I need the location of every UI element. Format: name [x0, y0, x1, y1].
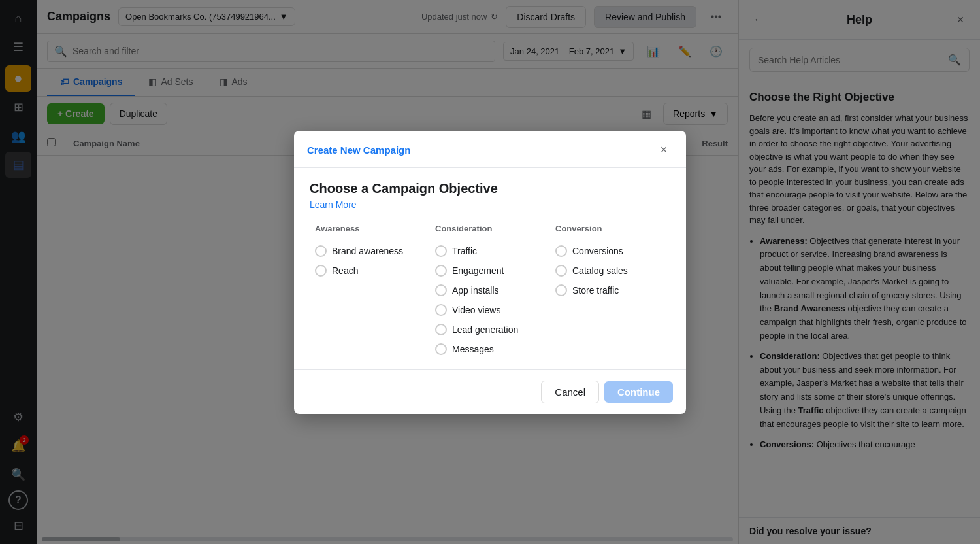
learn-more-link[interactable]: Learn More	[310, 199, 357, 210]
modal-footer: Cancel Continue	[294, 369, 686, 414]
brand-awareness-label: Brand awareness	[332, 246, 403, 256]
consideration-column-title: Consideration	[435, 224, 545, 233]
traffic-label: Traffic	[452, 246, 477, 256]
modal-header: Create New Campaign ×	[294, 131, 686, 168]
modal-title: Create New Campaign	[307, 144, 410, 156]
reach-radio[interactable]	[315, 265, 327, 277]
conversion-column-title: Conversion	[555, 224, 665, 233]
consideration-column: Consideration Traffic Engagement App ins…	[430, 224, 550, 359]
lead-generation-radio[interactable]	[435, 324, 447, 335]
video-views-option[interactable]: Video views	[435, 300, 545, 320]
video-views-radio[interactable]	[435, 304, 447, 316]
video-views-label: Video views	[452, 305, 500, 315]
lead-generation-option[interactable]: Lead generation	[435, 320, 545, 339]
traffic-option[interactable]: Traffic	[435, 241, 545, 261]
awareness-column-title: Awareness	[315, 224, 425, 233]
catalog-sales-radio[interactable]	[555, 265, 567, 277]
reach-label: Reach	[332, 265, 358, 276]
messages-radio[interactable]	[435, 343, 447, 355]
app-installs-radio[interactable]	[435, 284, 447, 296]
objectives-grid: Awareness Brand awareness Reach Consider…	[310, 224, 670, 359]
store-traffic-option[interactable]: Store traffic	[555, 280, 665, 300]
conversions-option[interactable]: Conversions	[555, 241, 665, 261]
modal-body: Choose a Campaign Objective Learn More A…	[294, 168, 686, 369]
catalog-sales-option[interactable]: Catalog sales	[555, 261, 665, 280]
engagement-radio[interactable]	[435, 265, 447, 277]
traffic-radio[interactable]	[435, 245, 447, 257]
messages-option[interactable]: Messages	[435, 339, 545, 359]
store-traffic-label: Store traffic	[572, 285, 619, 296]
engagement-label: Engagement	[452, 265, 504, 276]
app-installs-option[interactable]: App installs	[435, 280, 545, 300]
lead-generation-label: Lead generation	[452, 324, 518, 335]
awareness-column: Awareness Brand awareness Reach	[310, 224, 430, 359]
catalog-sales-label: Catalog sales	[572, 265, 628, 276]
conversions-label: Conversions	[572, 246, 623, 256]
create-campaign-modal: Create New Campaign × Choose a Campaign …	[294, 131, 686, 414]
continue-button[interactable]: Continue	[604, 381, 673, 403]
messages-label: Messages	[452, 344, 494, 354]
modal-close-button[interactable]: ×	[655, 141, 673, 160]
app-installs-label: App installs	[452, 285, 499, 296]
conversions-radio[interactable]	[555, 245, 567, 257]
brand-awareness-option[interactable]: Brand awareness	[315, 241, 425, 261]
reach-option[interactable]: Reach	[315, 261, 425, 280]
objective-title: Choose a Campaign Objective	[310, 181, 670, 196]
cancel-button[interactable]: Cancel	[541, 381, 599, 403]
store-traffic-radio[interactable]	[555, 284, 567, 296]
brand-awareness-radio[interactable]	[315, 245, 327, 257]
conversion-column: Conversion Conversions Catalog sales Sto…	[550, 224, 670, 359]
modal-overlay: Create New Campaign × Choose a Campaign …	[0, 0, 980, 544]
engagement-option[interactable]: Engagement	[435, 261, 545, 280]
